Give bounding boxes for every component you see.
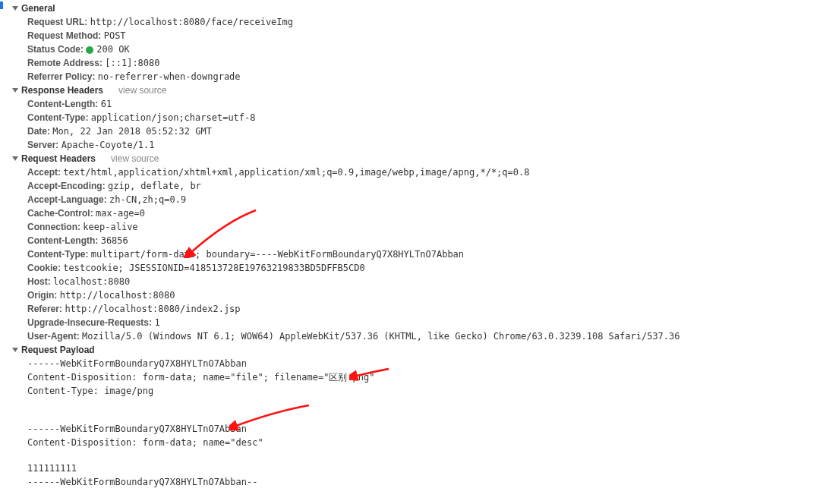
- view-source-link[interactable]: view source: [111, 153, 159, 164]
- payload-line: 111111111: [6, 461, 823, 475]
- payload-line: [6, 449, 823, 461]
- field-cache-control: Cache-Control: max-age=0: [6, 206, 823, 220]
- field-resp-content-length: Content-Length: 61: [6, 97, 823, 111]
- section-request-payload-title: Request Payload: [21, 345, 95, 355]
- section-general-title: General: [21, 3, 55, 14]
- section-response-headers-header[interactable]: Response Headers view source: [6, 83, 823, 97]
- payload-line: Content-Disposition: form-data; name="fi…: [6, 370, 823, 384]
- field-host: Host: localhost:8080: [6, 275, 823, 288]
- field-accept-language: Accept-Language: zh-CN,zh;q=0.9: [6, 193, 823, 206]
- payload-line: Content-Type: image/png: [6, 384, 823, 398]
- field-remote-address: Remote Address: [::1]:8080: [6, 56, 823, 70]
- disclosure-triangle-icon: [12, 156, 18, 161]
- field-resp-server: Server: Apache-Coyote/1.1: [6, 138, 823, 152]
- field-request-url: Request URL: http://localhost:8080/face/…: [6, 15, 823, 29]
- field-accept-encoding: Accept-Encoding: gzip, deflate, br: [6, 179, 823, 193]
- payload-line: ------WebKitFormBoundaryQ7X8HYLTnO7Abban: [6, 422, 823, 436]
- field-connection: Connection: keep-alive: [6, 220, 823, 234]
- payload-line: Content-Disposition: form-data; name="de…: [6, 436, 823, 449]
- disclosure-triangle-icon: [12, 348, 18, 352]
- field-request-method: Request Method: POST: [6, 29, 823, 43]
- section-response-headers-title: Response Headers: [21, 85, 103, 96]
- disclosure-triangle-icon: [12, 6, 18, 11]
- payload-line: ------WebKitFormBoundaryQ7X8HYLTnO7Abban…: [6, 475, 823, 489]
- selection-strip: [0, 2, 3, 9]
- status-ok-icon: [86, 46, 93, 54]
- view-source-link[interactable]: view source: [118, 85, 166, 96]
- disclosure-triangle-icon: [12, 88, 18, 93]
- field-req-content-type: Content-Type: multipart/form-data; bound…: [6, 247, 823, 261]
- headers-panel: General Request URL: http://localhost:80…: [0, 0, 823, 489]
- payload-line: ------WebKitFormBoundaryQ7X8HYLTnO7Abban: [6, 357, 823, 370]
- field-resp-date: Date: Mon, 22 Jan 2018 05:52:32 GMT: [6, 124, 823, 138]
- field-upgrade-insecure: Upgrade-Insecure-Requests: 1: [6, 316, 823, 329]
- section-request-headers-title: Request Headers: [21, 153, 96, 164]
- field-referrer-policy: Referrer Policy: no-referrer-when-downgr…: [6, 70, 823, 83]
- payload-line: [6, 398, 823, 410]
- section-general-header[interactable]: General: [6, 2, 823, 15]
- field-req-content-length: Content-Length: 36856: [6, 234, 823, 247]
- field-referer: Referer: http://localhost:8080/index2.js…: [6, 302, 823, 316]
- field-origin: Origin: http://localhost:8080: [6, 288, 823, 302]
- field-resp-content-type: Content-Type: application/json;charset=u…: [6, 111, 823, 124]
- field-user-agent: User-Agent: Mozilla/5.0 (Windows NT 6.1;…: [6, 329, 823, 343]
- section-request-payload-header[interactable]: Request Payload: [6, 343, 823, 357]
- section-request-headers-header[interactable]: Request Headers view source: [6, 152, 823, 165]
- field-status-code: Status Code: 200 OK: [6, 43, 823, 56]
- field-accept: Accept: text/html,application/xhtml+xml,…: [6, 165, 823, 179]
- field-cookie: Cookie: testcookie; JSESSIONID=418513728…: [6, 261, 823, 275]
- payload-line: [6, 410, 823, 422]
